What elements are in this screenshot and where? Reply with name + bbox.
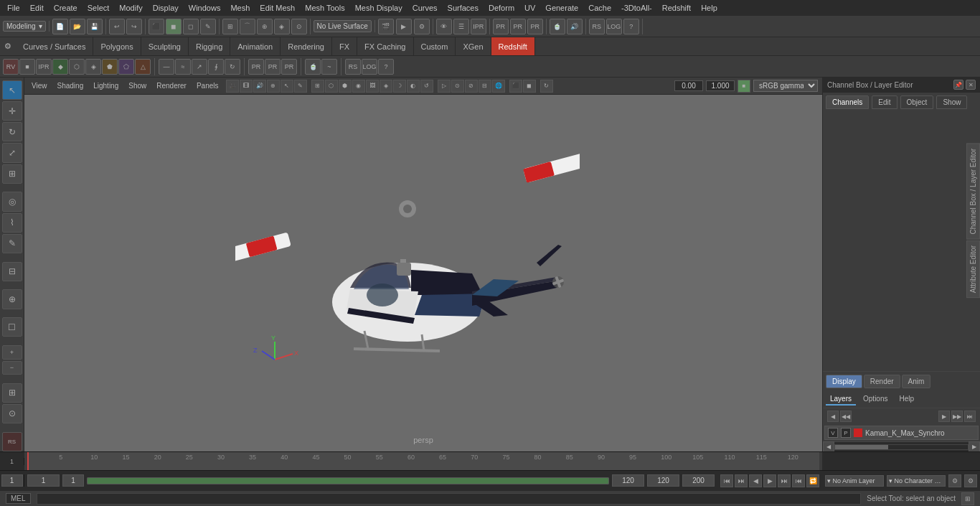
menu-edit[interactable]: Edit	[26, 2, 48, 14]
tab-fx[interactable]: FX	[332, 37, 357, 55]
layer-end-btn[interactable]: ⏭	[964, 411, 976, 422]
tab-xgen[interactable]: XGen	[456, 37, 491, 55]
extra-btn3[interactable]: PR	[527, 19, 543, 34]
playback-frame-display[interactable]	[1, 474, 23, 487]
layers-tab[interactable]: Layers	[826, 393, 856, 406]
undo-btn[interactable]: ↩	[109, 19, 125, 34]
vp-icon-brush[interactable]: ✎	[294, 80, 307, 93]
status-icon-btn[interactable]: ⊞	[961, 492, 974, 505]
rs-pr1[interactable]: PR	[248, 59, 264, 75]
edge-tab-channel-box[interactable]: Channel Box / Layer Editor	[966, 144, 980, 240]
layer-playback-btn[interactable]: P	[841, 428, 851, 438]
rs-btn8[interactable]: ⬠	[118, 59, 134, 75]
cb-close-btn[interactable]: ✕	[966, 80, 976, 90]
select-tool-btn[interactable]: ↖	[2, 80, 22, 100]
paint-tool-btn[interactable]: ✎	[2, 234, 22, 253]
tab-polygons[interactable]: Polygons	[93, 37, 141, 55]
select-by-hierarchy-btn[interactable]: ⬛	[149, 19, 164, 34]
go-to-start-btn[interactable]: ⏮	[720, 474, 733, 487]
output-btn2[interactable]: 🔊	[567, 19, 583, 34]
lasso-select-btn[interactable]: ⌇	[2, 213, 22, 233]
current-frame-input[interactable]	[62, 474, 84, 487]
vp-icon-film[interactable]: 🎞	[240, 80, 253, 93]
display-tab-render[interactable]: Render	[864, 375, 900, 388]
select-by-component-btn[interactable]: ◻	[183, 19, 199, 34]
mel-toggle-btn[interactable]: MEL	[6, 493, 31, 504]
vp-icon-smooth[interactable]: ◉	[352, 80, 365, 93]
total-frames-input[interactable]	[682, 474, 715, 487]
rs-pr3[interactable]: PR	[281, 59, 297, 75]
vp-icon-tex[interactable]: 🖼	[366, 80, 379, 93]
vp-icon-refresh[interactable]: ↻	[540, 80, 553, 93]
menu-help[interactable]: Help	[697, 2, 722, 14]
auto-key-btn[interactable]: ⚙	[948, 474, 961, 487]
menu-display[interactable]: Display	[149, 2, 183, 14]
menu-modify[interactable]: Modify	[115, 2, 146, 14]
vis-btn2[interactable]: ☰	[453, 19, 469, 34]
tab-custom[interactable]: Custom	[414, 37, 456, 55]
play-forward-btn[interactable]: ▶	[763, 474, 776, 487]
snap-surface-btn[interactable]: ◈	[274, 19, 290, 34]
mel-command-input[interactable]	[37, 493, 862, 505]
3d-viewport[interactable]: X Y Z persp	[24, 95, 822, 451]
vp-menu-view[interactable]: View	[29, 80, 50, 91]
end-frame-input[interactable]	[647, 474, 679, 487]
cb-tab-channels[interactable]: Channels	[826, 95, 869, 109]
add-div-btn[interactable]: +	[2, 345, 22, 359]
redo-btn[interactable]: ↪	[126, 19, 142, 34]
workspace-selector[interactable]: Modeling ▾	[3, 21, 46, 32]
display-tab-anim[interactable]: Anim	[902, 375, 931, 388]
step-forward-btn[interactable]: ⏭	[778, 474, 791, 487]
scale-tool-btn[interactable]: ⤢	[2, 143, 22, 162]
render-settings-btn[interactable]: ⚙	[414, 19, 430, 34]
vp-icon-ao[interactable]: ◐	[407, 80, 420, 93]
timeline-playhead[interactable]	[27, 452, 29, 470]
menu-select[interactable]: Select	[83, 2, 114, 14]
layer-back2-btn[interactable]: ◀◀	[840, 411, 852, 422]
vp-icon-cam[interactable]: 🎥	[226, 80, 239, 93]
layer-fwd-btn[interactable]: ▶	[938, 411, 950, 422]
cb-tab-object[interactable]: Object	[900, 95, 934, 109]
vp-icon-hdri[interactable]: 🌐	[492, 80, 505, 93]
rs-btn1[interactable]: RV	[3, 59, 19, 75]
rs-btn4[interactable]: ◆	[52, 59, 68, 75]
make-live-btn[interactable]: ⊙	[291, 19, 307, 34]
menu-file[interactable]: File	[3, 2, 24, 14]
scroll-track[interactable]	[834, 444, 969, 450]
show-manips-btn[interactable]: ⊞	[2, 383, 22, 403]
rs-btn9[interactable]: △	[135, 59, 151, 75]
timeline-ruler[interactable]: 5 10 15 20 25 30 35 40 45 50 55 60 65 70	[24, 452, 822, 470]
output-btn1[interactable]: 🍵	[550, 19, 565, 34]
menu-curves[interactable]: Curves	[408, 2, 442, 14]
ipr-render-btn[interactable]: ▶	[396, 19, 412, 34]
options-tab[interactable]: Options	[859, 393, 892, 406]
char-set-dropdown[interactable]: ▾ No Character Set	[887, 475, 946, 487]
vp-icon-select[interactable]: ↖	[281, 80, 293, 93]
rs-script1[interactable]: RS	[345, 59, 361, 75]
vp-icon-iso2[interactable]: ◼	[523, 80, 536, 93]
rs-btn5[interactable]: ⬡	[69, 59, 85, 75]
paint-select-btn[interactable]: ✎	[200, 19, 216, 34]
transform-tool-btn[interactable]: ⊞	[2, 164, 22, 184]
tab-settings-icon[interactable]: ⚙	[0, 39, 16, 54]
log-btn2[interactable]: LOG	[606, 19, 622, 34]
menu-windows[interactable]: Windows	[184, 2, 225, 14]
step-back-btn[interactable]: ⏭	[735, 474, 748, 487]
rs-dom2[interactable]: ~	[321, 59, 337, 75]
menu-deform[interactable]: Deform	[484, 2, 519, 14]
layer-visible-btn[interactable]: V	[828, 428, 838, 438]
tab-curves-surfaces[interactable]: Curves / Surfaces	[16, 37, 93, 55]
rs-btn6[interactable]: ◈	[85, 59, 101, 75]
vp-menu-shading[interactable]: Shading	[55, 80, 87, 91]
snap-grid-btn[interactable]: ⊞	[222, 19, 238, 34]
loop-btn[interactable]: 🔁	[806, 474, 819, 487]
start-frame-input[interactable]	[27, 474, 60, 487]
select-by-object-btn[interactable]: ◼	[166, 19, 182, 34]
rs-dom1[interactable]: 🍵	[305, 59, 321, 75]
vp-icon-iso[interactable]: ⬛	[509, 80, 522, 93]
vp-icon-shading2[interactable]: ◈	[380, 80, 392, 93]
soft-select-btn[interactable]: ◎	[2, 192, 22, 211]
snap-curve-btn[interactable]: ⌒	[240, 19, 255, 34]
vp-icon-ik[interactable]: ⊕	[267, 80, 280, 93]
vp-icon-render2[interactable]: ⊙	[451, 80, 464, 93]
